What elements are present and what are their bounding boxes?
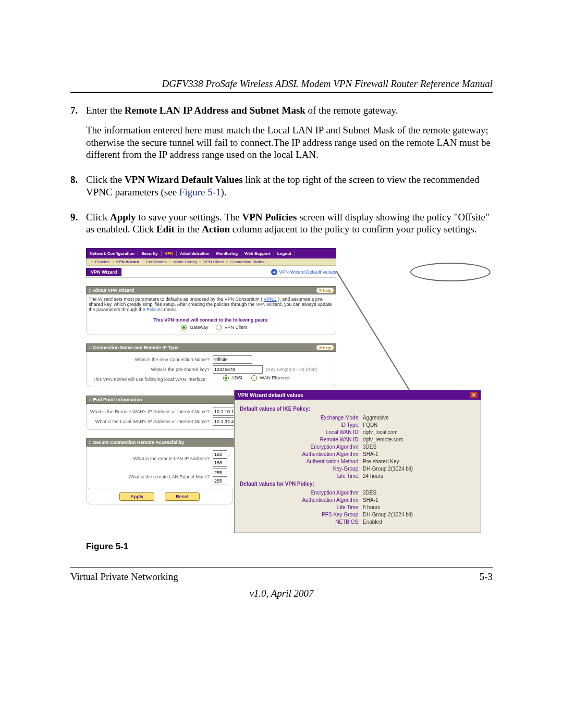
nav-tab[interactable]: Monitoring <box>213 251 241 256</box>
callout-leader-line <box>336 271 440 391</box>
remote-lan-mask-input-1[interactable] <box>213 468 227 477</box>
step-number: 7. <box>70 104 86 168</box>
radio-wan-ethernet-label: WAN Ethernet <box>260 375 289 380</box>
remote-lan-ip-input-2[interactable] <box>213 459 227 467</box>
section-bar-secure: :: Secure Connection Remote Accessibilit… <box>86 438 237 447</box>
sub-tab[interactable]: VPN Wizard <box>116 260 139 264</box>
radio-wan-ethernet[interactable] <box>251 375 257 381</box>
section-bar-conn: :: Connection Name and Remote IP Type ⟳ … <box>86 343 336 352</box>
step-number: 8. <box>70 174 86 206</box>
radio-gateway-label: Gateway <box>190 325 209 330</box>
dot-sep: . <box>229 470 230 475</box>
footer-left: Virtual Private Networking <box>70 571 178 583</box>
wan-iface-label: This VPN tunnel will use following local… <box>89 377 217 382</box>
header-rule <box>70 92 493 93</box>
ike-values: Exchange Mode:Aggressive ID Type:FQDN Lo… <box>240 415 475 479</box>
sub-tab[interactable]: Connection Status <box>230 260 264 264</box>
apply-button[interactable]: Apply <box>119 492 154 501</box>
footer-rule <box>70 567 493 568</box>
preshared-key-label: What is the pre-shared key? <box>89 367 213 372</box>
vpn-values: Encryption Algorithm:3DES Authentication… <box>240 490 475 525</box>
radio-gateway[interactable] <box>181 325 187 330</box>
close-icon[interactable]: ✕ <box>470 392 478 398</box>
help-link[interactable]: ⟳ help <box>316 288 334 293</box>
remote-wan-ip-label: What is the Remote WAN's IP Address or I… <box>89 409 213 414</box>
dot-sep: . <box>229 452 230 457</box>
vpn-heading: Default values for VPN Policy: <box>240 481 475 487</box>
peers-heading: This VPN tunnel will connect to the foll… <box>89 317 334 323</box>
footer-right: 5-3 <box>480 571 493 583</box>
reset-button[interactable]: Reset <box>165 492 200 501</box>
nav-tab[interactable]: Web Support <box>241 251 274 256</box>
help-link[interactable]: ⟳ help <box>316 345 334 350</box>
step-text: Click the VPN Wizard Default Values link… <box>86 174 493 199</box>
nav-tab[interactable]: Security <box>138 251 162 256</box>
radio-vpn-client[interactable] <box>216 325 222 330</box>
remote-lan-ip-label: What is the remote LAN IP Address? <box>89 456 213 461</box>
conn-name-input[interactable] <box>213 355 252 364</box>
sub-tab[interactable]: Mode Config <box>173 260 197 264</box>
svg-line-0 <box>336 271 409 390</box>
step-text: Enter the Remote LAN IP Address and Subn… <box>86 104 493 117</box>
popup-title-text: VPN Wizard default values <box>238 392 303 398</box>
preshared-key-input[interactable] <box>213 365 263 374</box>
sub-nav: ::Policies ::VPN Wizard ::Certificates :… <box>86 258 336 266</box>
footer-version: v1.0, April 2007 <box>70 588 493 599</box>
section-bar-about: :: About VPN Wizard ⟳ help <box>86 286 336 294</box>
sub-tab[interactable]: Policies <box>95 260 109 264</box>
radio-adsl[interactable] <box>223 375 229 381</box>
page-header-title: DGFV338 ProSafe Wireless ADSL Modem VPN … <box>70 78 493 90</box>
step-text: Click Apply to save your settings. The V… <box>86 211 493 236</box>
arrow-icon: ➜ <box>271 269 277 275</box>
step-list: 7. Enter the Remote LAN IP Address and S… <box>70 104 493 243</box>
key-length-hint: (Key Length 8 - 49 Char) <box>266 367 317 372</box>
default-values-popup: VPN Wizard default values ✕ Default valu… <box>234 390 481 533</box>
figure-wrap: Network Configuration Security VPN Admin… <box>86 248 480 531</box>
local-wan-ip-label: What is the Local WAN's IP Address or In… <box>89 419 213 424</box>
sub-tab[interactable]: Certificates <box>146 260 167 264</box>
nav-tab[interactable]: Network Configuration <box>87 251 138 256</box>
radio-adsl-label: ADSL <box>231 375 243 380</box>
sub-tab[interactable]: VPN Client <box>203 260 224 264</box>
nav-tab[interactable]: Logout <box>274 251 295 256</box>
wizard-title: VPN Wizard <box>86 268 121 276</box>
callout-ellipse <box>410 263 491 281</box>
default-values-link-label: VPN Wizard Default Values <box>279 269 336 275</box>
popup-title-bar: VPN Wizard default values ✕ <box>235 390 481 400</box>
about-wizard-text: The Wizard sets most parameters to defau… <box>89 297 334 312</box>
figure-caption: Figure 5-1 <box>86 541 493 552</box>
remote-lan-mask-label: What is the remote LAN Subnet Mask? <box>89 474 213 479</box>
top-nav: Network Configuration Security VPN Admin… <box>86 248 336 258</box>
remote-lan-mask-input-2[interactable] <box>213 477 227 485</box>
step-text: The information entered here must match … <box>86 124 493 161</box>
nav-tab[interactable]: Administration <box>177 251 213 256</box>
radio-vpn-client-label: VPN Client <box>225 325 248 330</box>
remote-lan-ip-input-1[interactable] <box>213 450 227 459</box>
default-values-link[interactable]: ➜ VPN Wizard Default Values <box>271 269 336 275</box>
step-number: 9. <box>70 211 86 243</box>
conn-name-label: What is the new Connection Name? <box>89 357 213 362</box>
nav-tab[interactable]: VPN <box>162 251 177 256</box>
ike-heading: Default values of IKE Policy: <box>240 406 475 412</box>
